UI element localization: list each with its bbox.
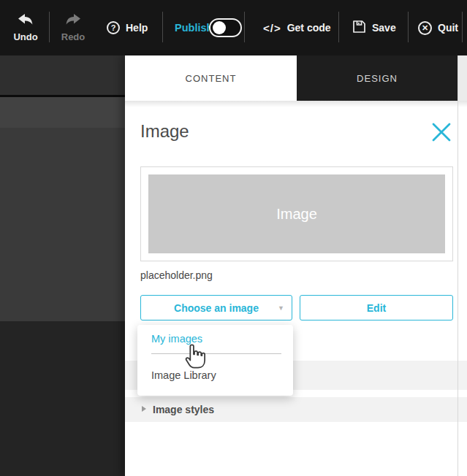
image-styles-label: Image styles xyxy=(153,404,214,415)
image-placeholder: Image xyxy=(148,174,445,253)
tab-design[interactable]: DESIGN xyxy=(297,55,457,101)
choose-image-dropdown: My images Image Library xyxy=(137,325,293,396)
toolbar-divider xyxy=(462,12,463,42)
help-label: Help xyxy=(126,22,148,34)
toolbar-divider xyxy=(408,12,409,42)
code-icon: </> xyxy=(263,22,281,34)
quit-label: Quit xyxy=(438,22,458,34)
toggle-knob-icon xyxy=(213,21,226,34)
cursor-hand-icon xyxy=(184,341,209,372)
close-icon[interactable] xyxy=(431,122,452,142)
save-label: Save xyxy=(372,22,396,34)
toolbar-divider xyxy=(338,12,339,42)
menu-divider xyxy=(151,353,281,354)
get-code-button[interactable]: </> Get code xyxy=(263,0,331,55)
edit-label: Edit xyxy=(367,302,386,314)
chevron-down-icon: ▼ xyxy=(278,304,284,311)
help-button[interactable]: ? Help xyxy=(107,0,148,55)
panel-title: Image xyxy=(140,121,189,142)
scrollbar-track-line xyxy=(457,55,458,476)
settings-panel: CONTENT DESIGN Image Image placeholder.p… xyxy=(125,55,467,476)
image-preview-card: Image xyxy=(140,166,453,261)
quit-icon: ✕ xyxy=(418,21,432,35)
scrollbar-gutter xyxy=(457,55,467,101)
edit-button[interactable]: Edit xyxy=(300,295,453,320)
choose-image-button[interactable]: Choose an image ▼ xyxy=(140,295,292,320)
tab-content[interactable]: CONTENT xyxy=(125,55,297,101)
help-icon: ? xyxy=(107,21,120,34)
undo-icon xyxy=(17,13,34,29)
redo-label: Redo xyxy=(61,31,86,42)
panel-tabs: CONTENT DESIGN xyxy=(125,55,467,101)
toolbar-divider xyxy=(244,12,245,42)
publish-label: Publish xyxy=(175,0,213,55)
get-code-label: Get code xyxy=(287,22,331,34)
collapse-arrow-icon xyxy=(141,405,147,414)
undo-label: Undo xyxy=(13,31,37,42)
quit-button[interactable]: ✕ Quit xyxy=(418,0,458,55)
undo-button[interactable]: Undo xyxy=(9,0,42,55)
section-image-styles[interactable]: Image styles xyxy=(125,397,467,422)
publish-toggle[interactable] xyxy=(209,18,242,37)
image-filename: placeholder.png xyxy=(140,269,213,281)
top-toolbar: Undo Redo ? Help Publish </> Get code xyxy=(0,0,467,55)
toolbar-divider xyxy=(162,12,163,42)
choose-image-label: Choose an image xyxy=(174,302,259,314)
redo-icon xyxy=(64,13,82,29)
toolbar-divider xyxy=(49,12,50,42)
redo-button[interactable]: Redo xyxy=(56,0,91,55)
save-icon xyxy=(352,20,366,37)
tabs-shadow xyxy=(125,101,467,107)
app-window: Undo Redo ? Help Publish </> Get code xyxy=(0,0,467,476)
save-button[interactable]: Save xyxy=(352,0,396,55)
